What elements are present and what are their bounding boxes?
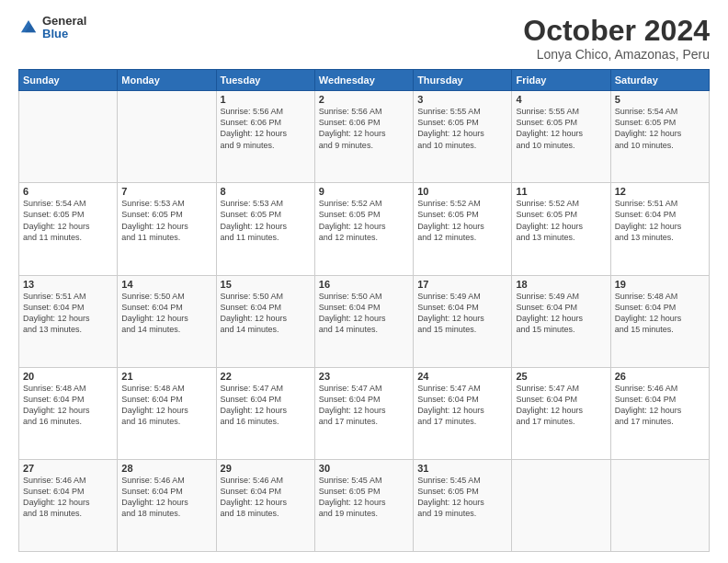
day-number: 3	[417, 94, 507, 105]
day-info: Sunrise: 5:46 AM Sunset: 6:04 PM Dayligh…	[121, 475, 211, 520]
page: General Blue October 2024 Lonya Chico, A…	[0, 0, 728, 563]
day-info: Sunrise: 5:56 AM Sunset: 6:06 PM Dayligh…	[319, 106, 409, 151]
day-cell: 15Sunrise: 5:50 AM Sunset: 6:04 PM Dayli…	[216, 275, 314, 367]
day-cell	[118, 91, 216, 183]
day-number: 22	[221, 371, 311, 382]
day-number: 4	[516, 94, 606, 105]
day-cell: 30Sunrise: 5:45 AM Sunset: 6:05 PM Dayli…	[314, 459, 413, 551]
day-number: 26	[615, 371, 705, 382]
day-info: Sunrise: 5:55 AM Sunset: 6:05 PM Dayligh…	[516, 106, 606, 151]
day-info: Sunrise: 5:54 AM Sunset: 6:05 PM Dayligh…	[615, 106, 705, 151]
day-cell: 29Sunrise: 5:46 AM Sunset: 6:04 PM Dayli…	[216, 459, 314, 551]
week-row-2: 13Sunrise: 5:51 AM Sunset: 6:04 PM Dayli…	[19, 275, 710, 367]
day-cell	[512, 459, 610, 551]
logo-text: General Blue	[42, 15, 86, 41]
day-cell: 7Sunrise: 5:53 AM Sunset: 6:05 PM Daylig…	[118, 183, 216, 275]
col-header-friday: Friday	[512, 70, 610, 91]
day-info: Sunrise: 5:45 AM Sunset: 6:05 PM Dayligh…	[319, 475, 409, 520]
day-cell: 28Sunrise: 5:46 AM Sunset: 6:04 PM Dayli…	[118, 459, 216, 551]
day-cell: 2Sunrise: 5:56 AM Sunset: 6:06 PM Daylig…	[314, 91, 413, 183]
day-info: Sunrise: 5:48 AM Sunset: 6:04 PM Dayligh…	[121, 383, 211, 428]
day-info: Sunrise: 5:51 AM Sunset: 6:04 PM Dayligh…	[23, 291, 113, 336]
day-number: 19	[615, 279, 705, 290]
day-info: Sunrise: 5:48 AM Sunset: 6:04 PM Dayligh…	[615, 291, 705, 336]
day-info: Sunrise: 5:52 AM Sunset: 6:05 PM Dayligh…	[319, 198, 409, 243]
day-info: Sunrise: 5:46 AM Sunset: 6:04 PM Dayligh…	[615, 383, 705, 428]
day-info: Sunrise: 5:46 AM Sunset: 6:04 PM Dayligh…	[23, 475, 113, 520]
day-number: 17	[417, 279, 507, 290]
day-info: Sunrise: 5:55 AM Sunset: 6:05 PM Dayligh…	[417, 106, 507, 151]
day-info: Sunrise: 5:47 AM Sunset: 6:04 PM Dayligh…	[516, 383, 606, 428]
main-title: October 2024	[523, 15, 710, 47]
week-row-1: 6Sunrise: 5:54 AM Sunset: 6:05 PM Daylig…	[19, 183, 710, 275]
day-number: 11	[516, 186, 606, 197]
day-info: Sunrise: 5:54 AM Sunset: 6:05 PM Dayligh…	[23, 198, 113, 243]
day-cell: 1Sunrise: 5:56 AM Sunset: 6:06 PM Daylig…	[216, 91, 314, 183]
day-cell: 8Sunrise: 5:53 AM Sunset: 6:05 PM Daylig…	[216, 183, 314, 275]
day-number: 16	[319, 279, 409, 290]
calendar-table: SundayMondayTuesdayWednesdayThursdayFrid…	[18, 69, 710, 552]
day-cell: 21Sunrise: 5:48 AM Sunset: 6:04 PM Dayli…	[118, 367, 216, 459]
day-cell: 3Sunrise: 5:55 AM Sunset: 6:05 PM Daylig…	[414, 91, 512, 183]
day-number: 27	[23, 463, 113, 474]
day-number: 31	[417, 463, 507, 474]
col-header-monday: Monday	[118, 70, 216, 91]
day-info: Sunrise: 5:53 AM Sunset: 6:05 PM Dayligh…	[221, 198, 311, 243]
day-info: Sunrise: 5:48 AM Sunset: 6:04 PM Dayligh…	[23, 383, 113, 428]
day-number: 12	[615, 186, 705, 197]
calendar-header-row: SundayMondayTuesdayWednesdayThursdayFrid…	[19, 70, 710, 91]
day-number: 29	[221, 463, 311, 474]
day-cell: 12Sunrise: 5:51 AM Sunset: 6:04 PM Dayli…	[610, 183, 709, 275]
day-number: 6	[23, 186, 113, 197]
logo-icon	[18, 17, 39, 38]
day-cell: 23Sunrise: 5:47 AM Sunset: 6:04 PM Dayli…	[314, 367, 413, 459]
header: General Blue October 2024 Lonya Chico, A…	[18, 15, 710, 62]
day-number: 10	[417, 186, 507, 197]
day-cell: 4Sunrise: 5:55 AM Sunset: 6:05 PM Daylig…	[512, 91, 610, 183]
day-info: Sunrise: 5:52 AM Sunset: 6:05 PM Dayligh…	[516, 198, 606, 243]
day-info: Sunrise: 5:49 AM Sunset: 6:04 PM Dayligh…	[516, 291, 606, 336]
col-header-tuesday: Tuesday	[216, 70, 314, 91]
day-cell: 26Sunrise: 5:46 AM Sunset: 6:04 PM Dayli…	[610, 367, 709, 459]
day-number: 30	[319, 463, 409, 474]
day-info: Sunrise: 5:50 AM Sunset: 6:04 PM Dayligh…	[121, 291, 211, 336]
day-number: 20	[23, 371, 113, 382]
day-cell	[610, 459, 709, 551]
day-info: Sunrise: 5:49 AM Sunset: 6:04 PM Dayligh…	[417, 291, 507, 336]
day-cell: 9Sunrise: 5:52 AM Sunset: 6:05 PM Daylig…	[314, 183, 413, 275]
day-cell: 20Sunrise: 5:48 AM Sunset: 6:04 PM Dayli…	[19, 367, 118, 459]
day-cell: 27Sunrise: 5:46 AM Sunset: 6:04 PM Dayli…	[19, 459, 118, 551]
day-info: Sunrise: 5:47 AM Sunset: 6:04 PM Dayligh…	[319, 383, 409, 428]
day-info: Sunrise: 5:47 AM Sunset: 6:04 PM Dayligh…	[417, 383, 507, 428]
day-number: 14	[121, 279, 211, 290]
day-info: Sunrise: 5:50 AM Sunset: 6:04 PM Dayligh…	[319, 291, 409, 336]
day-cell: 22Sunrise: 5:47 AM Sunset: 6:04 PM Dayli…	[216, 367, 314, 459]
day-number: 7	[121, 186, 211, 197]
day-number: 13	[23, 279, 113, 290]
day-info: Sunrise: 5:45 AM Sunset: 6:05 PM Dayligh…	[417, 475, 507, 520]
day-number: 28	[121, 463, 211, 474]
day-number: 18	[516, 279, 606, 290]
day-number: 15	[221, 279, 311, 290]
day-cell: 5Sunrise: 5:54 AM Sunset: 6:05 PM Daylig…	[610, 91, 709, 183]
week-row-4: 27Sunrise: 5:46 AM Sunset: 6:04 PM Dayli…	[19, 459, 710, 551]
logo: General Blue	[18, 15, 86, 41]
day-number: 25	[516, 371, 606, 382]
day-info: Sunrise: 5:52 AM Sunset: 6:05 PM Dayligh…	[417, 198, 507, 243]
day-number: 9	[319, 186, 409, 197]
day-info: Sunrise: 5:46 AM Sunset: 6:04 PM Dayligh…	[221, 475, 311, 520]
day-cell: 10Sunrise: 5:52 AM Sunset: 6:05 PM Dayli…	[414, 183, 512, 275]
day-number: 8	[221, 186, 311, 197]
col-header-thursday: Thursday	[414, 70, 512, 91]
day-cell: 14Sunrise: 5:50 AM Sunset: 6:04 PM Dayli…	[118, 275, 216, 367]
day-cell: 18Sunrise: 5:49 AM Sunset: 6:04 PM Dayli…	[512, 275, 610, 367]
day-info: Sunrise: 5:53 AM Sunset: 6:05 PM Dayligh…	[121, 198, 211, 243]
day-cell: 16Sunrise: 5:50 AM Sunset: 6:04 PM Dayli…	[314, 275, 413, 367]
logo-general-text: General	[42, 15, 86, 28]
col-header-saturday: Saturday	[610, 70, 709, 91]
day-cell: 19Sunrise: 5:48 AM Sunset: 6:04 PM Dayli…	[610, 275, 709, 367]
col-header-wednesday: Wednesday	[314, 70, 413, 91]
day-cell: 17Sunrise: 5:49 AM Sunset: 6:04 PM Dayli…	[414, 275, 512, 367]
day-number: 5	[615, 94, 705, 105]
day-info: Sunrise: 5:47 AM Sunset: 6:04 PM Dayligh…	[221, 383, 311, 428]
